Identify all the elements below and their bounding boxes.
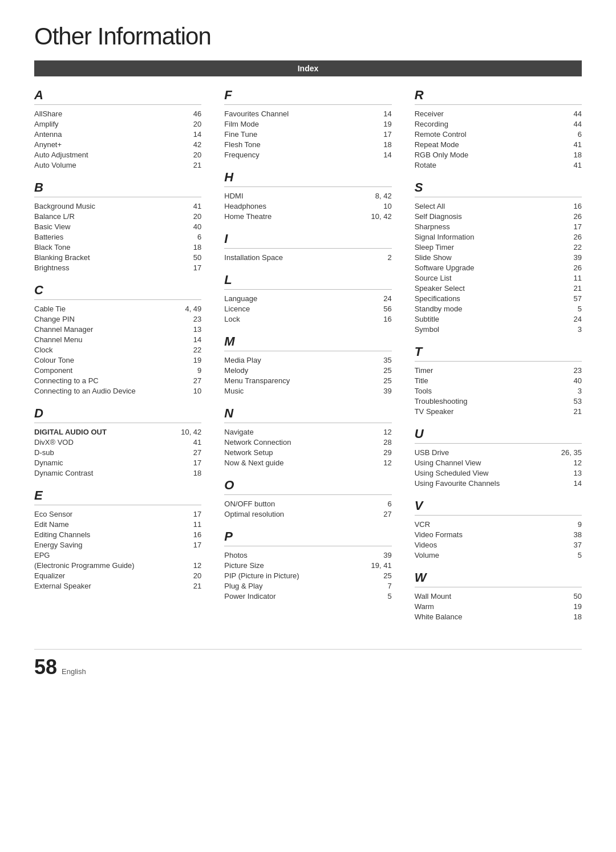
letter-heading-N: N [224, 406, 391, 423]
entry-page [179, 551, 201, 559]
entry-name: Media Play [224, 356, 368, 364]
index-entry: Amplify20 [34, 119, 201, 129]
entry-name: Photos [224, 551, 368, 559]
entry-page: 57 [559, 294, 582, 303]
entry-name: Flesh Tone [224, 140, 368, 149]
entry-page: 11 [559, 274, 582, 282]
index-entry: Photos39 [224, 550, 391, 560]
entry-page: 14 [179, 130, 201, 139]
index-entry: DivX® VOD41 [34, 437, 201, 447]
entry-page: 23 [559, 366, 582, 375]
letter-heading-A: A [34, 88, 201, 105]
index-entry: Receiver44 [415, 108, 582, 119]
entry-name: Standby mode [415, 305, 559, 313]
entry-page: 24 [559, 315, 582, 323]
entry-name: Melody [224, 366, 368, 375]
entry-name: DIGITAL AUDIO OUT [34, 428, 179, 436]
index-entry: Using Favourite Channels14 [415, 478, 582, 488]
index-grid: AAllShare46Amplify20Antenna14Anynet+42Au… [34, 88, 582, 632]
index-entry: TV Speaker21 [415, 406, 582, 416]
entry-name: Tools [415, 387, 559, 395]
index-entry: Rotate41 [415, 160, 582, 170]
entry-page: 10, 42 [369, 212, 392, 221]
index-entry: Tools3 [415, 386, 582, 396]
entry-page: 2 [369, 253, 392, 262]
index-entry: Plug & Play7 [224, 581, 391, 591]
letter-heading-H: H [224, 170, 391, 187]
entry-name: Troubleshooting [415, 397, 559, 405]
entry-page: 18 [559, 151, 582, 159]
letter-heading-U: U [415, 427, 582, 444]
index-entry: Dynamic17 [34, 457, 201, 468]
entry-page: 13 [559, 469, 582, 477]
index-entry: Select All16 [415, 201, 582, 211]
letter-heading-P: P [224, 529, 391, 546]
index-entry: Slide Show39 [415, 252, 582, 262]
entry-page: 17 [179, 459, 201, 467]
entry-name: EPG [34, 551, 179, 559]
entry-page: 21 [179, 582, 201, 590]
index-entry: Frequency14 [224, 149, 391, 160]
section-M: MMedia Play35Melody25Menu Transparency25… [224, 334, 391, 396]
index-entry: Video Formats38 [415, 529, 582, 539]
entry-name: Picture Size [224, 561, 368, 570]
index-entry: D-sub27 [34, 447, 201, 457]
entry-name: Batteries [34, 233, 179, 241]
entry-page: 12 [179, 561, 201, 570]
letter-heading-F: F [224, 88, 391, 105]
index-entry: Headphones10 [224, 201, 391, 211]
entry-name: Cable Tie [34, 305, 179, 313]
entry-page: 10, 42 [179, 428, 201, 436]
entry-name: Title [415, 376, 559, 385]
index-entry: Wall Mount50 [415, 591, 582, 601]
index-entry: Menu Transparency25 [224, 375, 391, 386]
index-entry: Self Diagnosis26 [415, 211, 582, 221]
section-A: AAllShare46Amplify20Antenna14Anynet+42Au… [34, 88, 201, 170]
entry-name: Lock [224, 315, 368, 323]
entry-name: Favourites Channel [224, 109, 368, 118]
index-entry: Editing Channels16 [34, 529, 201, 539]
entry-page: 3 [559, 325, 582, 334]
entry-page: 26 [559, 233, 582, 241]
index-entry: Anynet+42 [34, 139, 201, 149]
entry-name: Volume [415, 551, 559, 559]
letter-heading-W: W [415, 570, 582, 587]
entry-page: 9 [559, 520, 582, 529]
index-entry: HDMI8, 42 [224, 190, 391, 201]
entry-page: 11 [179, 520, 201, 529]
index-entry: Fine Tune17 [224, 129, 391, 139]
section-W: WWall Mount50Warm19White Balance18 [415, 570, 582, 622]
entry-page: 26, 35 [559, 448, 582, 457]
letter-heading-T: T [415, 344, 582, 362]
entry-name: D-sub [34, 448, 179, 457]
index-entry: RGB Only Mode18 [415, 149, 582, 160]
entry-name: Auto Adjustment [34, 151, 179, 159]
index-entry: Optimal resolution27 [224, 509, 391, 519]
entry-page: 19 [369, 120, 392, 128]
entry-name: Plug & Play [224, 582, 368, 590]
section-N: NNavigate12Network Connection28Network S… [224, 406, 391, 468]
entry-name: Home Theatre [224, 212, 368, 221]
index-col-1: FFavourites Channel14Film Mode19Fine Tun… [224, 88, 391, 632]
index-entry: Antenna14 [34, 129, 201, 139]
entry-name: Change PIN [34, 315, 179, 323]
section-I: IInstallation Space2 [224, 232, 391, 262]
index-entry: Channel Manager13 [34, 324, 201, 334]
index-entry: Software Upgrade26 [415, 262, 582, 273]
entry-name: Videos [415, 541, 559, 549]
entry-name: Background Music [34, 202, 179, 210]
entry-name: Select All [415, 202, 559, 210]
entry-page: 14 [369, 109, 392, 118]
entry-page: 42 [179, 140, 201, 149]
index-entry: Melody25 [224, 365, 391, 375]
entry-name: Speaker Select [415, 284, 559, 293]
letter-heading-I: I [224, 232, 391, 249]
entry-name: Connecting to an Audio Device [34, 387, 179, 395]
section-C: CCable Tie4, 49Change PIN23Channel Manag… [34, 283, 201, 396]
letter-heading-D: D [34, 406, 201, 423]
entry-page: 7 [369, 582, 392, 590]
entry-name: Clock [34, 346, 179, 354]
entry-name: Licence [224, 305, 368, 313]
entry-name: Source List [415, 274, 559, 282]
entry-name: Sleep Timer [415, 243, 559, 251]
